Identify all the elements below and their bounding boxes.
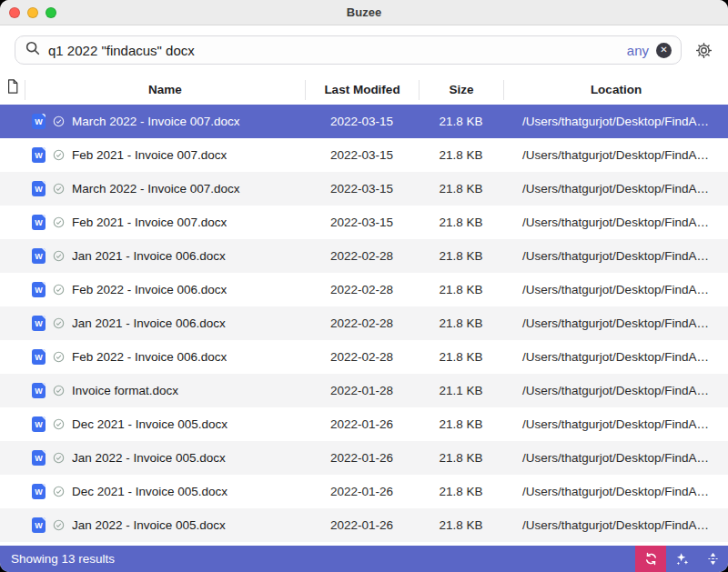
file-size: 21.8 KB <box>419 283 503 296</box>
word-file-icon: W <box>32 383 46 398</box>
file-name-cell: W Jan 2022 - Invoice 005.docx <box>25 517 305 533</box>
app-window: Buzee any ✕ Name Last Modifed Si <box>0 0 728 572</box>
check-circle-icon <box>53 284 65 296</box>
sparkles-icon[interactable] <box>666 546 697 572</box>
last-modified: 2022-03-15 <box>305 148 419 162</box>
traffic-lights <box>9 7 56 18</box>
check-circle-icon <box>53 486 65 497</box>
file-size: 21.8 KB <box>419 451 503 465</box>
table-row[interactable]: W Feb 2021 - Invoice 007.docx 2022-03-15… <box>0 206 728 239</box>
file-name: Invoice format.docx <box>72 384 178 397</box>
check-circle-icon <box>53 351 65 363</box>
file-location: /Users/thatgurjot/Desktop/FindA… <box>503 350 728 364</box>
file-name: Jan 2022 - Invoice 005.docx <box>72 451 226 465</box>
word-file-icon: W <box>32 114 46 129</box>
table-row[interactable]: W March 2022 - Invoice 007.docx 2022-03-… <box>0 105 728 138</box>
last-modified: 2022-01-26 <box>305 417 419 431</box>
file-name-cell: W Feb 2022 - Invoice 006.docx <box>25 349 305 365</box>
table-row[interactable]: W Feb 2022 - Invoice 006.docx 2022-02-28… <box>0 273 728 306</box>
clear-search-icon[interactable]: ✕ <box>656 43 672 58</box>
file-name: March 2022 - Invoice 007.docx <box>72 115 240 128</box>
close-window-button[interactable] <box>9 7 20 18</box>
file-size: 21.8 KB <box>419 182 503 196</box>
vertical-expand-icon[interactable] <box>697 546 728 572</box>
word-file-icon: W <box>32 416 46 432</box>
check-circle-icon <box>53 519 65 531</box>
file-size: 21.8 KB <box>419 485 503 498</box>
check-circle-icon <box>53 149 65 161</box>
minimize-window-button[interactable] <box>27 7 38 18</box>
file-name-cell: W Jan 2021 - Invoice 006.docx <box>25 248 305 264</box>
last-modified: 2022-01-28 <box>305 384 419 397</box>
table-row[interactable]: W Dec 2021 - Invoice 005.docx 2022-01-26… <box>0 407 728 441</box>
file-location: /Users/thatgurjot/Desktop/FindA… <box>503 182 728 196</box>
last-modified: 2022-02-28 <box>305 249 419 263</box>
file-size: 21.8 KB <box>419 316 503 330</box>
file-location: /Users/thatgurjot/Desktop/FindA… <box>503 115 728 128</box>
file-location: /Users/thatgurjot/Desktop/FindA… <box>503 417 728 431</box>
table-row[interactable]: W Jan 2022 - Invoice 005.docx 2022-01-26… <box>0 441 728 475</box>
file-location: /Users/thatgurjot/Desktop/FindA… <box>503 485 728 498</box>
table-row[interactable]: W Jan 2021 - Invoice 006.docx 2022-02-28… <box>0 239 728 273</box>
gear-icon[interactable] <box>694 41 713 60</box>
zoom-window-button[interactable] <box>46 7 56 18</box>
file-location: /Users/thatgurjot/Desktop/FindA… <box>503 249 728 263</box>
column-header-name[interactable]: Name <box>25 80 305 100</box>
file-name-cell: W Jan 2022 - Invoice 005.docx <box>25 450 305 466</box>
results-table: W March 2022 - Invoice 007.docx 2022-03-… <box>0 105 728 542</box>
check-circle-icon <box>53 418 65 430</box>
check-circle-icon <box>53 183 65 195</box>
last-modified: 2022-01-26 <box>305 485 419 498</box>
results-count-status: Showing 13 results <box>0 552 635 566</box>
table-row[interactable]: W Jan 2022 - Invoice 005.docx 2022-01-26… <box>0 508 728 542</box>
last-modified: 2022-01-26 <box>305 518 419 532</box>
status-bar: Showing 13 results <box>0 546 728 572</box>
table-row[interactable]: W Feb 2022 - Invoice 006.docx 2022-02-28… <box>0 340 728 374</box>
search-box[interactable]: any ✕ <box>15 35 682 65</box>
word-file-icon: W <box>32 181 46 196</box>
search-icon <box>25 40 41 60</box>
column-header-location[interactable]: Location <box>503 80 728 100</box>
search-filter-dropdown[interactable]: any <box>627 43 649 58</box>
last-modified: 2022-01-26 <box>305 451 419 465</box>
check-circle-icon <box>53 317 65 329</box>
check-circle-icon <box>53 216 65 228</box>
file-size: 21.8 KB <box>419 249 503 263</box>
word-file-icon: W <box>32 450 46 466</box>
search-input[interactable] <box>48 43 620 58</box>
file-size: 21.8 KB <box>419 216 503 229</box>
file-size: 21.1 KB <box>419 384 503 397</box>
file-name: Jan 2021 - Invoice 006.docx <box>72 249 226 263</box>
file-type-column-header[interactable] <box>0 80 25 100</box>
file-name: March 2022 - Invoice 007.docx <box>72 182 240 196</box>
last-modified: 2022-03-15 <box>305 182 419 196</box>
file-name-cell: W March 2022 - Invoice 007.docx <box>25 181 305 196</box>
table-row[interactable]: W Invoice format.docx 2022-01-28 21.1 KB… <box>0 374 728 407</box>
table-row[interactable]: W Feb 2021 - Invoice 007.docx 2022-03-15… <box>0 138 728 172</box>
table-row[interactable]: W Jan 2021 - Invoice 006.docx 2022-02-28… <box>0 306 728 340</box>
file-size: 21.8 KB <box>419 115 503 128</box>
file-name-cell: W March 2022 - Invoice 007.docx <box>25 114 305 129</box>
search-section: any ✕ <box>0 25 728 75</box>
last-modified: 2022-02-28 <box>305 316 419 330</box>
file-size: 21.8 KB <box>419 350 503 364</box>
file-name: Dec 2021 - Invoice 005.docx <box>72 417 228 431</box>
table-row[interactable]: W Dec 2021 - Invoice 005.docx 2022-01-26… <box>0 475 728 508</box>
check-circle-icon <box>53 385 65 396</box>
word-file-icon: W <box>32 349 46 365</box>
column-header-size[interactable]: Size <box>419 80 503 100</box>
refresh-icon[interactable] <box>635 546 666 572</box>
file-name-cell: W Feb 2021 - Invoice 007.docx <box>25 215 305 230</box>
file-name: Feb 2021 - Invoice 007.docx <box>72 216 227 229</box>
table-row[interactable]: W March 2022 - Invoice 007.docx 2022-03-… <box>0 172 728 206</box>
column-header-last-modified[interactable]: Last Modifed <box>305 80 419 100</box>
file-location: /Users/thatgurjot/Desktop/FindA… <box>503 283 728 296</box>
file-name: Jan 2021 - Invoice 006.docx <box>72 316 226 330</box>
last-modified: 2022-03-15 <box>305 216 419 229</box>
word-file-icon: W <box>32 248 46 264</box>
window-title: Buzee <box>0 5 728 19</box>
table-header: Name Last Modifed Size Location <box>0 75 728 105</box>
title-bar: Buzee <box>0 0 728 25</box>
file-name: Dec 2021 - Invoice 005.docx <box>72 485 228 498</box>
check-circle-icon <box>53 115 65 127</box>
